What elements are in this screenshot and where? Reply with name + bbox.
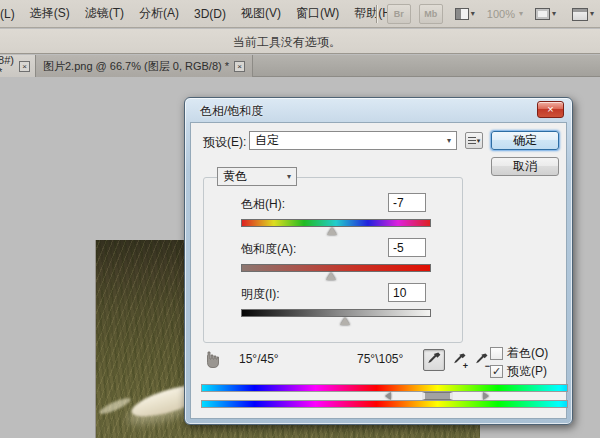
cancel-button[interactable]: 取消 — [491, 157, 559, 176]
preview-label: 预览(P) — [507, 363, 547, 380]
tab-label: 8#) * — [0, 55, 14, 77]
menu-item-layer-partial[interactable]: (L) — [0, 7, 15, 21]
range-falloff-right-marker[interactable] — [483, 392, 489, 400]
tool-options-bar: 当前工具没有选项。 — [0, 29, 600, 54]
chevron-down-icon: ▾ — [590, 10, 594, 18]
lightness-input[interactable] — [388, 283, 426, 302]
range-start-value: 15°/45° — [239, 352, 279, 366]
menu-item-analysis[interactable]: 分析(A) — [139, 5, 179, 22]
workspace-icon — [572, 8, 588, 21]
document-tab-picture2[interactable]: 图片2.png @ 66.7% (图层 0, RGB/8) * × — [36, 55, 253, 77]
options-message: 当前工具没有选项。 — [233, 34, 341, 51]
menu-item-view[interactable]: 视图(V) — [241, 5, 281, 22]
document-tab-partial[interactable]: 8#) * × — [0, 55, 36, 77]
close-icon: × — [547, 103, 553, 115]
preview-checkbox[interactable]: ✓ 预览(P) — [490, 363, 547, 380]
launch-mini-bridge-button[interactable]: Mb — [419, 4, 443, 24]
hue-spectrum-result-bar — [201, 400, 568, 408]
toolbar-divider — [376, 5, 377, 23]
arrange-documents-button[interactable]: ▾ — [451, 4, 479, 24]
hue-range-markers — [201, 392, 568, 400]
tab-close-icon[interactable]: × — [19, 61, 30, 72]
hue-slider[interactable] — [241, 219, 431, 227]
menu-item-window[interactable]: 窗口(W) — [296, 5, 339, 22]
bridge-icon: Br — [394, 9, 404, 19]
on-image-adjustment-icon[interactable] — [201, 349, 221, 369]
channel-dropdown[interactable]: 黄色 ▾ — [217, 167, 297, 186]
grass-wisp-shape — [98, 395, 132, 416]
screen-mode-button[interactable]: ▾ — [531, 4, 560, 24]
channel-value: 黄色 — [223, 168, 247, 185]
photoshop-window: (L) 选择(S) 滤镜(T) 分析(A) 3D(D) 视图(V) 窗口(W) … — [0, 0, 600, 438]
eyedropper-subtract-button[interactable]: − — [471, 351, 491, 371]
dialog-close-button[interactable]: × — [537, 101, 564, 118]
lightness-label: 明度(I): — [241, 286, 280, 303]
chevron-down-icon: ▾ — [552, 10, 556, 18]
tab-close-icon[interactable]: × — [234, 61, 245, 72]
mini-bridge-icon: Mb — [424, 9, 437, 19]
saturation-slider-thumb[interactable] — [326, 272, 336, 280]
eyedropper-add-button[interactable]: + — [449, 351, 469, 371]
preset-options-button[interactable]: ▾ — [465, 132, 483, 149]
screen-mode-icon — [535, 8, 550, 20]
ok-button[interactable]: 确定 — [491, 131, 559, 150]
lightness-slider-thumb[interactable] — [340, 317, 350, 325]
colorize-checkbox[interactable]: ✓ 着色(O) — [490, 345, 548, 362]
eyedropper-icon — [426, 351, 442, 367]
menu-items: (L) 选择(S) 滤镜(T) 分析(A) 3D(D) 视图(V) 窗口(W) … — [0, 5, 395, 22]
menu-item-filter[interactable]: 滤镜(T) — [85, 5, 124, 22]
lightness-slider[interactable] — [241, 309, 431, 317]
chevron-down-icon: ▾ — [471, 10, 475, 18]
hue-spectrum-reference-bar — [201, 384, 568, 392]
hue-label: 色相(H): — [241, 196, 285, 213]
chevron-down-icon: ▾ — [519, 10, 523, 18]
saturation-label: 饱和度(A): — [241, 241, 296, 258]
range-falloff-left-marker[interactable] — [385, 392, 391, 400]
chevron-down-icon: ▾ — [447, 137, 451, 145]
app-bar-tools: Br Mb ▾ 100% ▾ ▾ ▾ — [376, 0, 600, 28]
hue-input[interactable] — [388, 193, 426, 212]
range-band-marker[interactable] — [422, 392, 452, 400]
dialog-body: 预设(E): 自定 ▾ ▾ 确定 取消 黄色 ▾ 色相(H): 饱和度(A): — [190, 122, 567, 419]
menu-item-3d[interactable]: 3D(D) — [194, 7, 226, 21]
preset-list-icon — [468, 137, 476, 144]
zoom-level-value: 100% — [487, 8, 515, 20]
arrange-documents-icon — [455, 8, 469, 20]
zoom-level-control[interactable]: 100% ▾ — [487, 8, 523, 20]
saturation-slider[interactable] — [241, 264, 431, 272]
chevron-down-icon: ▾ — [477, 137, 481, 145]
workspace-button[interactable]: ▾ — [568, 4, 598, 24]
preset-label: 预设(E): — [203, 134, 246, 151]
hue-slider-thumb[interactable] — [327, 227, 337, 235]
menu-item-select[interactable]: 选择(S) — [30, 5, 70, 22]
chevron-down-icon: ▾ — [287, 173, 291, 181]
range-end-value: 75°\105° — [357, 352, 403, 366]
menu-bar: (L) 选择(S) 滤镜(T) 分析(A) 3D(D) 视图(V) 窗口(W) … — [0, 0, 600, 28]
tab-label: 图片2.png @ 66.7% (图层 0, RGB/8) * — [43, 59, 229, 74]
checkbox-box[interactable]: ✓ — [490, 347, 503, 360]
checkbox-box[interactable]: ✓ — [490, 365, 503, 378]
document-tab-bar: 8#) * × 图片2.png @ 66.7% (图层 0, RGB/8) * … — [0, 55, 600, 77]
colorize-label: 着色(O) — [507, 345, 548, 362]
dialog-title: 色相/饱和度 — [200, 103, 263, 120]
launch-bridge-button[interactable]: Br — [387, 4, 411, 24]
hue-saturation-dialog: 色相/饱和度 × 预设(E): 自定 ▾ ▾ 确定 取消 黄色 ▾ 色相(H): — [184, 97, 573, 425]
preset-dropdown[interactable]: 自定 ▾ — [249, 131, 457, 150]
saturation-input[interactable] — [388, 238, 426, 257]
preset-value: 自定 — [255, 132, 279, 149]
eyedropper-button[interactable] — [423, 349, 445, 371]
